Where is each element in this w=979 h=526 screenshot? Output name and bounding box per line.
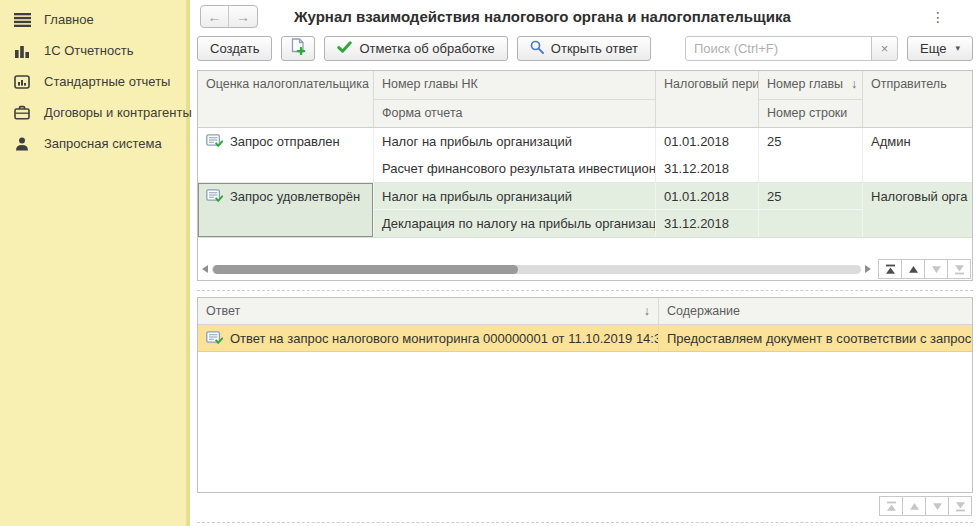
go-first-row-button[interactable] (879, 496, 903, 516)
cell-chapter-num[interactable]: 25 (759, 128, 863, 155)
cell-response-text: Ответ на запрос налогового мониторинга 0… (230, 331, 659, 346)
cell-chapter[interactable]: Налог на прибыль организаций (374, 183, 656, 210)
sidebar-item-label: Договоры и контрагенты (44, 105, 192, 120)
cell-status[interactable]: Запрос удовлетворён (198, 183, 374, 237)
cell-period-end[interactable]: 31.12.2018 (656, 155, 759, 182)
sidebar-item-label: Стандартные отчеты (44, 74, 170, 89)
cell-form[interactable]: Декларация по налогу на прибыль организа… (374, 210, 656, 237)
column-header-chapter-num-label: Номер главы (767, 77, 843, 99)
cell-period-start[interactable]: 01.01.2018 (656, 128, 759, 155)
standard-reports-icon (13, 74, 31, 89)
row-navigation-buttons (879, 259, 971, 279)
cell-line-num[interactable] (759, 210, 863, 237)
scroll-left-icon[interactable] (202, 265, 208, 273)
arrow-up-icon (908, 264, 919, 275)
header-row: ← → Журнал взаимодействия налогового орг… (197, 0, 973, 33)
sidebar-item-request-system[interactable]: Запросная система (0, 128, 186, 159)
cell-status-text: Запрос удовлетворён (230, 189, 360, 204)
column-header-line-num[interactable]: Номер строки (759, 99, 863, 127)
open-response-button[interactable]: Открыть ответ (517, 36, 651, 61)
column-header-sender[interactable]: Отправитель (863, 71, 972, 127)
responses-table-header: Ответ ↓ Содержание (198, 298, 972, 325)
cell-content[interactable]: Предоставляем документ в соответствии с … (659, 325, 972, 351)
sidebar-item-main[interactable]: Главное (0, 4, 186, 35)
responses-table: Ответ ↓ Содержание Ответ на запрос налог… (197, 297, 973, 493)
column-header-content[interactable]: Содержание (659, 298, 972, 324)
scrollbar-track[interactable] (212, 265, 861, 274)
back-button[interactable]: ← (201, 6, 229, 27)
create-button[interactable]: Создать (197, 36, 272, 61)
column-header-period[interactable]: Налоговый период (656, 71, 759, 127)
response-row-selected[interactable]: Ответ на запрос налогового мониторинга 0… (198, 325, 972, 352)
cell-response[interactable]: Ответ на запрос налогового мониторинга 0… (198, 325, 659, 351)
row-navigation-buttons (880, 496, 972, 516)
sidebar-item-label: Запросная система (44, 136, 162, 151)
column-header-chapter[interactable]: Номер главы НК (374, 71, 656, 99)
cell-chapter-num[interactable]: 25 (759, 183, 863, 210)
sidebar-item-label: Главное (44, 12, 94, 27)
arrow-down-icon (931, 264, 942, 275)
cell-status[interactable]: Запрос отправлен (198, 128, 374, 182)
go-last-row-button[interactable] (947, 259, 971, 279)
sidebar-item-label: 1С Отчетность (44, 43, 133, 58)
go-last-icon (954, 264, 965, 275)
close-icon: × (881, 41, 889, 56)
go-last-icon (955, 501, 966, 512)
go-first-icon (886, 501, 897, 512)
scrollbar-thumb[interactable] (213, 265, 518, 274)
cell-form[interactable]: Расчет финансового результата инвестицио… (374, 155, 656, 182)
sidebar: Главное 1С Отчетность Стандартные отчеты… (0, 0, 190, 526)
more-label: Еще (920, 41, 946, 56)
search-input[interactable] (685, 36, 872, 61)
kebab-menu-icon[interactable]: ⋮ (931, 12, 945, 22)
panel-splitter[interactable] (197, 522, 973, 523)
copy-button[interactable] (281, 36, 315, 61)
table-empty-area (198, 238, 972, 258)
person-icon (13, 137, 31, 151)
row-up-button[interactable] (901, 259, 925, 279)
sidebar-item-contracts[interactable]: Договоры и контрагенты (0, 97, 186, 128)
mark-processed-label: Отметка об обработке (359, 41, 494, 56)
search-group: × (685, 36, 898, 61)
column-header-chapter-num[interactable]: Номер главы ↓ (759, 71, 863, 99)
back-arrow-icon: ← (208, 9, 222, 25)
scroll-right-icon[interactable] (865, 265, 871, 273)
row-up-button[interactable] (902, 496, 926, 516)
arrow-down-icon (932, 501, 943, 512)
requests-table: Оценка налогоплательщика Номер главы НК … (197, 70, 973, 281)
clear-search-button[interactable]: × (871, 36, 898, 61)
cell-chapter[interactable]: Налог на прибыль организаций (374, 128, 656, 155)
table-row[interactable]: Запрос отправлен Налог на прибыль органи… (198, 128, 972, 183)
cell-sender[interactable]: Налоговый орга (863, 183, 972, 237)
mark-processed-button[interactable]: Отметка об обработке (324, 36, 507, 61)
more-button[interactable]: Еще ▾ (907, 36, 973, 61)
column-header-response[interactable]: Ответ ↓ (198, 298, 659, 324)
forward-button[interactable]: → (229, 6, 257, 27)
go-first-row-button[interactable] (878, 259, 902, 279)
sidebar-item-1c-reporting[interactable]: 1С Отчетность (0, 35, 186, 66)
row-down-button[interactable] (925, 496, 949, 516)
cell-sender[interactable]: Админ (863, 128, 972, 182)
cell-period-end[interactable]: 31.12.2018 (656, 210, 759, 237)
column-header-assessment[interactable]: Оценка налогоплательщика (198, 71, 374, 127)
chevron-down-icon: ▾ (955, 43, 960, 53)
cell-period-start[interactable]: 01.01.2018 (656, 183, 759, 210)
sort-down-icon: ↓ (644, 304, 650, 318)
bar-chart-icon (13, 44, 31, 58)
briefcase-icon (13, 105, 31, 120)
panel-splitter[interactable] (197, 290, 973, 291)
cell-status-text: Запрос отправлен (230, 134, 340, 149)
go-last-row-button[interactable] (948, 496, 972, 516)
cell-line-num[interactable] (759, 155, 863, 182)
main-panel: ← → Журнал взаимодействия налогового орг… (190, 0, 979, 526)
table-row-selected[interactable]: Запрос удовлетворён Налог на прибыль орг… (198, 183, 972, 238)
horizontal-scrollbar-row (198, 258, 972, 280)
row-down-button[interactable] (924, 259, 948, 279)
request-document-icon (206, 189, 223, 206)
toolbar: Создать Отметка об обработке Открыть отв… (197, 34, 973, 62)
sidebar-item-standard-reports[interactable]: Стандартные отчеты (0, 66, 186, 97)
go-first-icon (885, 264, 896, 275)
history-nav: ← → (200, 5, 258, 28)
column-header-form[interactable]: Форма отчета (374, 99, 656, 127)
app-window: Главное 1С Отчетность Стандартные отчеты… (0, 0, 979, 526)
